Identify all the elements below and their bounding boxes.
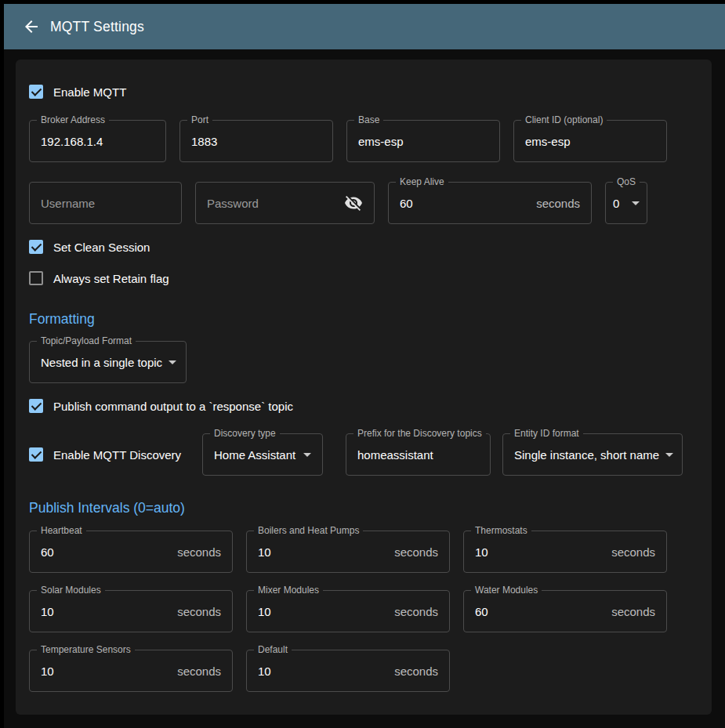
publish-intervals-section-title: Publish Intervals (0=auto) xyxy=(29,500,696,516)
field-value: homeassistant xyxy=(357,448,479,462)
field-label: Discovery type xyxy=(210,427,280,440)
enable-discovery-label: Enable MQTT Discovery xyxy=(53,448,181,462)
chevron-down-icon xyxy=(303,453,311,457)
chevron-down-icon xyxy=(632,201,640,205)
enable-mqtt-row: Enable MQTT xyxy=(29,84,696,100)
field-value: 10 xyxy=(41,605,177,618)
interval-field-thermostats[interactable]: Thermostats 10 seconds xyxy=(463,531,667,573)
publish-response-label: Publish command output to a `response` t… xyxy=(53,400,293,413)
username-field[interactable]: Username xyxy=(29,182,182,224)
enable-discovery-row: Enable MQTT Discovery xyxy=(29,447,202,462)
clean-session-label: Set Clean Session xyxy=(53,241,150,254)
username-placeholder: Username xyxy=(41,197,170,210)
field-unit: seconds xyxy=(177,605,221,618)
field-label: Prefix for the Discovery topics xyxy=(353,427,486,440)
password-placeholder: Password xyxy=(207,197,344,210)
select-value: Home Assistant xyxy=(214,448,297,462)
back-arrow-icon[interactable] xyxy=(22,17,41,36)
discovery-row: Enable MQTT Discovery Discovery type Hom… xyxy=(29,433,696,476)
field-label: Water Modules xyxy=(471,584,542,597)
discovery-prefix-field[interactable]: Prefix for the Discovery topics homeassi… xyxy=(346,433,491,476)
field-label: Mixer Modules xyxy=(254,584,323,597)
page-background: MQTT Settings Enable MQTT Broker Address… xyxy=(4,4,725,728)
field-value: 10 xyxy=(258,545,394,559)
field-unit: seconds xyxy=(177,665,221,678)
clean-session-checkbox[interactable] xyxy=(29,240,43,254)
interval-field-heartbeat[interactable]: Heartbeat 60 seconds xyxy=(29,531,233,573)
page-title: MQTT Settings xyxy=(50,19,144,35)
field-label: Default xyxy=(254,643,292,657)
visibility-off-icon[interactable] xyxy=(344,194,363,212)
entity-id-format-select[interactable]: Entity ID format Single instance, short … xyxy=(502,433,683,476)
field-label: Solar Modules xyxy=(37,584,105,597)
field-label: Boilers and Heat Pumps xyxy=(254,524,363,538)
retain-flag-checkbox[interactable] xyxy=(29,271,43,285)
enable-discovery-checkbox[interactable] xyxy=(29,447,43,462)
field-value: 10 xyxy=(258,665,394,678)
publish-response-row: Publish command output to a `response` t… xyxy=(29,398,696,414)
field-label: Client ID (optional) xyxy=(521,114,607,127)
clean-session-row: Set Clean Session xyxy=(29,239,696,255)
field-unit: seconds xyxy=(394,605,438,618)
formatting-section-title: Formatting xyxy=(29,311,696,327)
credentials-row: Username Password Keep Alive 60 seconds … xyxy=(29,182,696,224)
enable-mqtt-checkbox[interactable] xyxy=(29,85,43,99)
field-unit: seconds xyxy=(394,665,438,678)
interval-field-default[interactable]: Default 10 seconds xyxy=(246,650,450,692)
field-unit: seconds xyxy=(177,545,221,559)
client-id-field[interactable]: Client ID (optional) ems-esp xyxy=(513,120,667,162)
broker-row: Broker Address 192.168.1.4 Port 1883 Bas… xyxy=(29,120,696,162)
qos-select[interactable]: QoS 0 xyxy=(605,182,647,224)
discovery-type-select[interactable]: Discovery type Home Assistant xyxy=(202,433,323,476)
field-unit: seconds xyxy=(611,605,655,618)
base-field[interactable]: Base ems-esp xyxy=(346,120,500,162)
interval-field-temperature-sensors[interactable]: Temperature Sensors 10 seconds xyxy=(29,650,233,692)
field-label: Base xyxy=(354,114,383,127)
field-value: ems-esp xyxy=(525,135,655,148)
settings-panel: Enable MQTT Broker Address 192.168.1.4 P… xyxy=(16,60,712,715)
topic-payload-format-select[interactable]: Topic/Payload Format Nested in a single … xyxy=(29,341,187,383)
intervals-row-3: Temperature Sensors 10 seconds Default 1… xyxy=(29,650,696,692)
field-unit: seconds xyxy=(536,197,580,210)
intervals-row-2: Solar Modules 10 seconds Mixer Modules 1… xyxy=(29,590,696,632)
field-value: 60 xyxy=(475,605,611,618)
chevron-down-icon xyxy=(169,360,176,364)
topic-format-row: Topic/Payload Format Nested in a single … xyxy=(29,341,696,383)
field-label: Heartbeat xyxy=(37,524,86,538)
field-label: Temperature Sensors xyxy=(37,643,135,657)
field-value: 192.168.1.4 xyxy=(41,135,154,148)
interval-field-water[interactable]: Water Modules 60 seconds xyxy=(463,590,667,632)
retain-flag-row: Always set Retain flag xyxy=(29,270,696,286)
retain-flag-label: Always set Retain flag xyxy=(53,272,169,285)
interval-field-mixer[interactable]: Mixer Modules 10 seconds xyxy=(246,590,450,632)
field-label: Broker Address xyxy=(37,114,109,127)
field-label: QoS xyxy=(613,176,640,189)
publish-response-checkbox[interactable] xyxy=(29,399,43,413)
select-value: Nested in a single topic xyxy=(41,356,162,369)
field-value: 10 xyxy=(258,605,394,618)
field-label: Entity ID format xyxy=(510,427,583,440)
port-field[interactable]: Port 1883 xyxy=(179,120,333,162)
app-bar: MQTT Settings xyxy=(4,4,725,49)
field-value: 10 xyxy=(475,545,611,559)
field-value: 1883 xyxy=(191,135,321,148)
field-label: Thermostats xyxy=(471,524,531,538)
field-unit: seconds xyxy=(611,545,655,559)
broker-address-field[interactable]: Broker Address 192.168.1.4 xyxy=(29,120,166,162)
field-label: Topic/Payload Format xyxy=(37,335,136,348)
interval-field-solar[interactable]: Solar Modules 10 seconds xyxy=(29,590,233,632)
enable-mqtt-label: Enable MQTT xyxy=(53,85,126,99)
intervals-row-1: Heartbeat 60 seconds Boilers and Heat Pu… xyxy=(29,531,696,573)
field-value: ems-esp xyxy=(358,135,488,148)
field-value: 60 xyxy=(400,197,536,210)
field-unit: seconds xyxy=(394,545,438,559)
keep-alive-field[interactable]: Keep Alive 60 seconds xyxy=(388,182,592,224)
select-value: 0 xyxy=(613,197,625,210)
interval-field-boilers[interactable]: Boilers and Heat Pumps 10 seconds xyxy=(246,531,450,573)
field-label: Port xyxy=(187,114,212,127)
field-value: 60 xyxy=(41,545,177,559)
field-label: Keep Alive xyxy=(396,176,448,189)
password-field[interactable]: Password xyxy=(195,182,375,224)
field-value: 10 xyxy=(41,665,177,678)
select-value: Single instance, short name xyxy=(514,448,659,462)
